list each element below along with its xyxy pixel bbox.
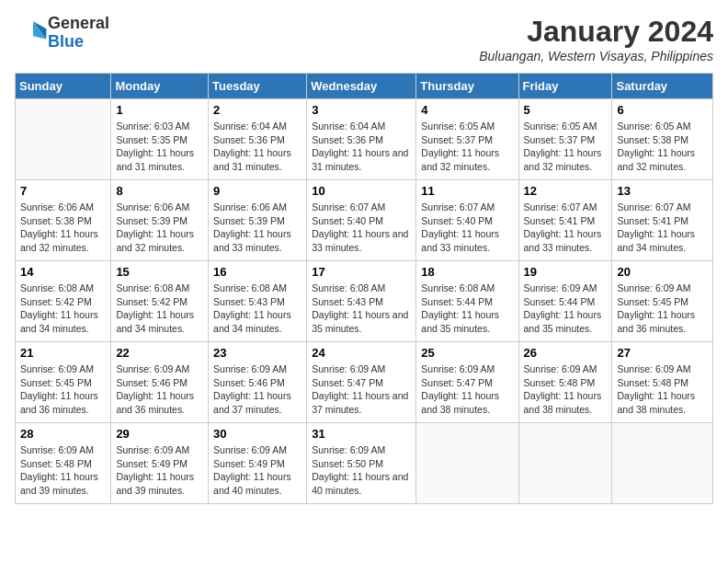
day-info: Sunrise: 6:07 AMSunset: 5:40 PMDaylight:… [312,201,411,255]
day-number: 24 [312,346,411,360]
day-info: Sunrise: 6:03 AMSunset: 5:35 PMDaylight:… [116,120,203,174]
day-info: Sunrise: 6:09 AMSunset: 5:49 PMDaylight:… [116,443,203,498]
day-info: Sunrise: 6:07 AMSunset: 5:41 PMDaylight:… [524,201,608,255]
day-info: Sunrise: 6:08 AMSunset: 5:42 PMDaylight:… [116,282,203,336]
day-info: Sunrise: 6:09 AMSunset: 5:46 PMDaylight:… [213,362,301,417]
day-info: Sunrise: 6:04 AMSunset: 5:36 PMDaylight:… [312,120,411,174]
day-number: 28 [20,427,106,441]
day-cell: 14Sunrise: 6:08 AMSunset: 5:42 PMDayligh… [16,261,111,342]
day-info: Sunrise: 6:06 AMSunset: 5:39 PMDaylight:… [213,201,301,255]
day-cell: 20Sunrise: 6:09 AMSunset: 5:45 PMDayligh… [612,261,713,342]
logo-icon [18,18,48,48]
day-number: 22 [116,346,203,360]
day-info: Sunrise: 6:09 AMSunset: 5:45 PMDaylight:… [20,362,106,417]
title-block: January 2024 Buluangan, Western Visayas,… [479,15,713,63]
day-number: 13 [617,184,708,198]
day-cell: 28Sunrise: 6:09 AMSunset: 5:48 PMDayligh… [16,423,111,504]
location-subtitle: Buluangan, Western Visayas, Philippines [479,49,713,63]
logo: General Blue [15,15,109,52]
day-number: 12 [524,184,608,198]
day-cell: 1Sunrise: 6:03 AMSunset: 5:35 PMDaylight… [111,99,209,180]
day-cell [518,423,612,504]
weekday-header-thursday: Thursday [416,74,518,99]
day-cell: 22Sunrise: 6:09 AMSunset: 5:46 PMDayligh… [111,342,209,423]
day-info: Sunrise: 6:05 AMSunset: 5:37 PMDaylight:… [524,120,608,174]
day-number: 27 [617,346,708,360]
day-info: Sunrise: 6:07 AMSunset: 5:40 PMDaylight:… [421,201,513,255]
day-number: 18 [421,265,513,279]
day-cell: 31Sunrise: 6:09 AMSunset: 5:50 PMDayligh… [307,423,416,504]
day-info: Sunrise: 6:09 AMSunset: 5:47 PMDaylight:… [312,362,411,417]
day-cell: 8Sunrise: 6:06 AMSunset: 5:39 PMDaylight… [111,180,209,261]
day-cell: 3Sunrise: 6:04 AMSunset: 5:36 PMDaylight… [307,99,416,180]
day-cell: 18Sunrise: 6:08 AMSunset: 5:44 PMDayligh… [416,261,518,342]
day-number: 21 [20,346,106,360]
weekday-header-monday: Monday [111,74,209,99]
day-number: 9 [213,184,301,198]
day-cell: 30Sunrise: 6:09 AMSunset: 5:49 PMDayligh… [209,423,307,504]
day-cell [612,423,713,504]
day-cell: 15Sunrise: 6:08 AMSunset: 5:42 PMDayligh… [111,261,209,342]
day-cell: 6Sunrise: 6:05 AMSunset: 5:38 PMDaylight… [612,99,713,180]
day-cell: 16Sunrise: 6:08 AMSunset: 5:43 PMDayligh… [209,261,307,342]
day-info: Sunrise: 6:09 AMSunset: 5:50 PMDaylight:… [312,443,411,498]
day-info: Sunrise: 6:06 AMSunset: 5:39 PMDaylight:… [116,201,203,255]
day-cell: 7Sunrise: 6:06 AMSunset: 5:38 PMDaylight… [16,180,111,261]
day-cell: 9Sunrise: 6:06 AMSunset: 5:39 PMDaylight… [209,180,307,261]
day-cell [16,99,111,180]
day-number: 8 [116,184,203,198]
day-number: 25 [421,346,513,360]
month-year-title: January 2024 [479,15,713,49]
day-number: 10 [312,184,411,198]
weekday-header-sunday: Sunday [16,74,111,99]
day-info: Sunrise: 6:07 AMSunset: 5:41 PMDaylight:… [617,201,708,255]
day-cell: 29Sunrise: 6:09 AMSunset: 5:49 PMDayligh… [111,423,209,504]
day-cell: 4Sunrise: 6:05 AMSunset: 5:37 PMDaylight… [416,99,518,180]
day-number: 14 [20,265,106,279]
day-number: 1 [116,103,203,117]
weekday-header-tuesday: Tuesday [209,74,307,99]
day-number: 23 [213,346,301,360]
day-info: Sunrise: 6:08 AMSunset: 5:43 PMDaylight:… [213,282,301,336]
day-info: Sunrise: 6:09 AMSunset: 5:44 PMDaylight:… [524,282,608,336]
day-cell: 23Sunrise: 6:09 AMSunset: 5:46 PMDayligh… [209,342,307,423]
day-number: 15 [116,265,203,279]
day-number: 31 [312,427,411,441]
day-number: 2 [213,103,301,117]
week-row-4: 21Sunrise: 6:09 AMSunset: 5:45 PMDayligh… [16,342,713,423]
weekday-header-wednesday: Wednesday [307,74,416,99]
day-cell: 11Sunrise: 6:07 AMSunset: 5:40 PMDayligh… [416,180,518,261]
week-row-5: 28Sunrise: 6:09 AMSunset: 5:48 PMDayligh… [16,423,713,504]
day-info: Sunrise: 6:06 AMSunset: 5:38 PMDaylight:… [20,201,106,255]
page-header: General Blue January 2024 Buluangan, Wes… [15,15,713,63]
week-row-3: 14Sunrise: 6:08 AMSunset: 5:42 PMDayligh… [16,261,713,342]
day-number: 16 [213,265,301,279]
logo-text: General Blue [48,15,109,52]
calendar-table: SundayMondayTuesdayWednesdayThursdayFrid… [15,73,713,504]
day-cell: 13Sunrise: 6:07 AMSunset: 5:41 PMDayligh… [612,180,713,261]
day-cell: 12Sunrise: 6:07 AMSunset: 5:41 PMDayligh… [518,180,612,261]
day-number: 7 [20,184,106,198]
day-info: Sunrise: 6:05 AMSunset: 5:37 PMDaylight:… [421,120,513,174]
day-info: Sunrise: 6:04 AMSunset: 5:36 PMDaylight:… [213,120,301,174]
weekday-header-saturday: Saturday [612,74,713,99]
day-cell: 27Sunrise: 6:09 AMSunset: 5:48 PMDayligh… [612,342,713,423]
day-cell [416,423,518,504]
day-cell: 26Sunrise: 6:09 AMSunset: 5:48 PMDayligh… [518,342,612,423]
day-cell: 17Sunrise: 6:08 AMSunset: 5:43 PMDayligh… [307,261,416,342]
week-row-2: 7Sunrise: 6:06 AMSunset: 5:38 PMDaylight… [16,180,713,261]
day-cell: 5Sunrise: 6:05 AMSunset: 5:37 PMDaylight… [518,99,612,180]
day-number: 4 [421,103,513,117]
day-number: 5 [524,103,608,117]
day-cell: 2Sunrise: 6:04 AMSunset: 5:36 PMDaylight… [209,99,307,180]
weekday-header-friday: Friday [518,74,612,99]
day-info: Sunrise: 6:09 AMSunset: 5:47 PMDaylight:… [421,362,513,417]
day-info: Sunrise: 6:09 AMSunset: 5:46 PMDaylight:… [116,362,203,417]
day-number: 29 [116,427,203,441]
day-info: Sunrise: 6:08 AMSunset: 5:43 PMDaylight:… [312,282,411,336]
weekday-header-row: SundayMondayTuesdayWednesdayThursdayFrid… [16,74,713,99]
day-number: 26 [524,346,608,360]
day-cell: 10Sunrise: 6:07 AMSunset: 5:40 PMDayligh… [307,180,416,261]
day-info: Sunrise: 6:09 AMSunset: 5:48 PMDaylight:… [524,362,608,417]
day-cell: 21Sunrise: 6:09 AMSunset: 5:45 PMDayligh… [16,342,111,423]
